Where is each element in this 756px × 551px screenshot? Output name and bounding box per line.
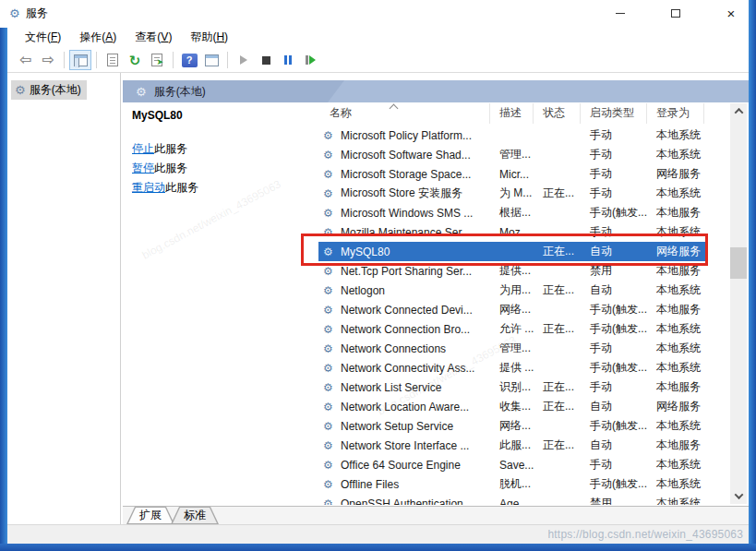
cell-logon: 本地系统: [647, 127, 704, 143]
table-row[interactable]: ⚙Microsoft Store 安装服务为 M...正在...手动本地系统: [318, 184, 706, 203]
cell-desc: Age...: [490, 497, 534, 506]
show-console-tree-button[interactable]: [69, 50, 91, 70]
cell-startup: 手动: [581, 224, 647, 240]
table-row[interactable]: ⚙Office 64 Source EngineSave...手动本地系统: [318, 455, 706, 474]
menu-item-f[interactable]: 文件(F): [17, 27, 69, 48]
properties-icon: [107, 54, 118, 66]
table-row[interactable]: ⚙Mozilla Maintenance Ser...Moz...手动本地系统: [318, 222, 706, 242]
forward-button[interactable]: ⇨: [37, 50, 59, 70]
column-header-3[interactable]: 启动类型: [581, 103, 647, 124]
table-row[interactable]: ⚙Offline Files脱机...手动(触发...本地系统: [318, 474, 706, 494]
link-action-text[interactable]: 停止: [132, 142, 154, 155]
refresh-button[interactable]: ↻: [124, 50, 146, 70]
link-rest-text: 此服务: [154, 162, 187, 174]
show-window-icon: [205, 54, 219, 66]
cell-logon: 本地系统: [647, 147, 704, 162]
table-row[interactable]: ⚙Network Location Aware...收集...正在...自动网络…: [318, 397, 706, 416]
link-action-text[interactable]: 暂停: [132, 162, 154, 174]
cell-name: ⚙Mozilla Maintenance Ser...: [318, 226, 490, 239]
table-row[interactable]: ⚙Network Connected Devi...网络...手动(触发...本…: [318, 300, 706, 319]
close-button[interactable]: ×: [719, 3, 743, 23]
window-title: 服务: [26, 6, 48, 21]
cell-desc: 收集...: [490, 399, 534, 414]
cell-logon: 本地服务: [647, 263, 704, 279]
scrollbar-thumb[interactable]: [730, 247, 747, 279]
properties-button[interactable]: [102, 50, 124, 70]
link-action-text[interactable]: 重启动: [132, 181, 165, 194]
cell-startup: 自动: [581, 437, 647, 453]
restart-service-button[interactable]: [299, 50, 321, 70]
stop-service-icon: [262, 56, 270, 65]
minimize-button[interactable]: [608, 3, 632, 23]
show-window-button[interactable]: [200, 50, 222, 70]
service-description-pane: MySQL80 停止此服务暂停此服务重启动此服务 blog.csdn.net/w…: [125, 102, 318, 506]
table-row[interactable]: ⚙Network Store Interface ...此服...正在...自动…: [318, 436, 706, 455]
table-row[interactable]: ⚙Network Connection Bro...允许 ...正在...手动(…: [318, 319, 706, 339]
cell-desc: 脱机...: [490, 476, 534, 492]
table-row[interactable]: ⚙Microsoft Software Shad...管理...手动本地系统: [318, 145, 706, 164]
menu-item-a[interactable]: 操作(A): [71, 27, 125, 48]
services-gear-icon: ⚙: [9, 6, 20, 20]
stop-service-button[interactable]: [255, 50, 277, 70]
pause-service-icon: [284, 55, 292, 65]
export-list-icon: ➤: [151, 54, 162, 66]
window-border-left: [0, 28, 7, 544]
table-row[interactable]: ⚙Microsoft Policy Platform...手动本地系统: [318, 126, 706, 145]
cell-name: ⚙Network Connections: [318, 342, 490, 355]
cell-startup: 自动: [581, 282, 647, 298]
help-icon: ?: [182, 54, 198, 67]
vertical-scrollbar[interactable]: [730, 103, 747, 504]
cell-name: ⚙Network Location Aware...: [318, 401, 490, 413]
service-gear-icon: ⚙: [323, 459, 333, 472]
service-link-停止[interactable]: 停止此服务: [132, 141, 198, 157]
table-row[interactable]: ⚙Microsoft Storage Space...Micr...手动网络服务: [318, 164, 706, 184]
table-row[interactable]: ⚙Network List Service识别...正在...手动本地服务: [318, 377, 706, 397]
cell-startup: 手动(触发...: [581, 205, 647, 221]
tree-item-services-local[interactable]: ⚙ 服务(本地): [11, 80, 87, 100]
restart-service-icon: [306, 55, 316, 65]
pause-service-button[interactable]: [277, 50, 299, 70]
cell-status: 正在...: [534, 321, 581, 337]
column-header-1[interactable]: 描述: [490, 103, 534, 124]
service-gear-icon: ⚙: [323, 439, 333, 452]
menu-item-v[interactable]: 查看(V): [126, 27, 180, 48]
table-row[interactable]: ⚙MySQL80正在...自动网络服务: [318, 242, 706, 261]
menu-item-h[interactable]: 帮助(H): [182, 27, 236, 48]
column-header-0[interactable]: 名称: [318, 103, 490, 124]
table-row[interactable]: ⚙Network Connectivity Ass...提供 ...手动(触发.…: [318, 358, 706, 377]
table-row[interactable]: ⚙Network Connections管理...手动本地系统: [318, 339, 706, 358]
column-header-2[interactable]: 状态: [534, 103, 581, 124]
table-row[interactable]: ⚙Network Setup Service网络...手动(触发...本地系统: [318, 416, 706, 436]
cell-status: 正在...: [534, 379, 581, 395]
table-row[interactable]: ⚙Netlogon为用...正在...自动本地系统: [318, 281, 706, 300]
cell-desc: 提供...: [490, 263, 534, 279]
start-service-button[interactable]: [233, 50, 255, 70]
export-list-button[interactable]: ➤: [146, 50, 168, 70]
cell-logon: 本地系统: [647, 457, 704, 473]
service-gear-icon: ⚙: [323, 226, 333, 239]
back-button[interactable]: ⇦: [15, 50, 37, 70]
service-gear-icon: ⚙: [323, 129, 333, 142]
link-rest-text: 此服务: [165, 181, 198, 194]
tab-standard[interactable]: 标准: [171, 507, 219, 524]
scroll-up-button[interactable]: [730, 103, 747, 119]
table-row[interactable]: ⚙OpenSSH Authentication...Age...禁用本地系统: [318, 494, 706, 505]
cell-desc: 管理...: [490, 341, 534, 356]
help-button[interactable]: ?: [178, 50, 200, 70]
service-gear-icon: ⚙: [323, 478, 333, 491]
table-row[interactable]: ⚙Net.Tcp Port Sharing Ser...提供...禁用本地服务: [318, 261, 706, 281]
service-link-暂停[interactable]: 暂停此服务: [132, 161, 198, 176]
cell-logon: 网络服务: [647, 244, 704, 259]
cell-desc: 为用...: [490, 282, 534, 298]
column-header-4[interactable]: 登录为: [647, 103, 704, 124]
tab-extended[interactable]: 扩展: [126, 507, 174, 524]
maximize-button[interactable]: [664, 3, 688, 23]
service-gear-icon: ⚙: [323, 381, 333, 394]
scroll-down-button[interactable]: [730, 488, 747, 504]
cell-startup: 手动: [581, 166, 647, 182]
table-row[interactable]: ⚙Microsoft Windows SMS ...根据...手动(触发...本…: [318, 203, 706, 222]
watermark-url: https://blog.csdn.net/weixin_43695063: [547, 528, 743, 541]
service-link-重启动[interactable]: 重启动此服务: [132, 180, 198, 196]
cell-name: ⚙Network Store Interface ...: [318, 439, 490, 452]
tab-label: 扩展: [139, 508, 162, 523]
